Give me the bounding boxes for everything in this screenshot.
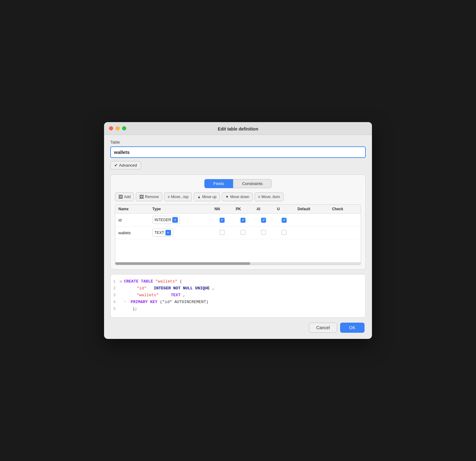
tabs-row: Fields Constraints	[115, 179, 361, 188]
code-line-5: 5 );	[111, 306, 365, 313]
field-name-id: id	[115, 214, 149, 226]
tab-fields[interactable]: Fields	[204, 179, 233, 188]
close-paren: );	[132, 307, 137, 311]
field-ai-id[interactable]	[254, 214, 274, 226]
minimize-button[interactable]	[116, 126, 120, 131]
move-top-label: Move...top	[171, 195, 188, 199]
advanced-label: Advanced	[119, 163, 137, 168]
move-bottom-icon: ≡	[258, 195, 260, 199]
line-num-1: 1	[111, 279, 120, 284]
col-header-ai: AI	[254, 205, 274, 214]
fold-icon-4[interactable]: └	[124, 300, 126, 304]
col-header-default: Default	[294, 205, 329, 214]
field-name-wallets: wallets	[115, 226, 149, 239]
remove-button[interactable]: 🖼 Remove	[136, 192, 162, 201]
move-up-label: Move up	[202, 195, 217, 199]
field-u-wallets[interactable]	[274, 226, 294, 239]
field-check-id	[329, 214, 361, 226]
tab-constraints[interactable]: Constraints	[233, 179, 272, 188]
pk-value: ("id" AUTOINCREMENT)	[160, 300, 208, 304]
col-header-type: Type	[149, 205, 212, 214]
bottom-buttons: Cancel OK	[110, 323, 366, 333]
checkbox-nn-id[interactable]	[220, 218, 225, 223]
traffic-lights	[109, 126, 126, 131]
code-section: 1 ⊟ CREATE TABLE "wallets" ( 2 "id" INT	[110, 274, 366, 318]
field-pk-id[interactable]	[233, 214, 254, 226]
dialog-body: Table ✔ Advanced Fields Constraints 🖼 Ad…	[104, 135, 372, 339]
empty-area	[115, 239, 361, 261]
advanced-button[interactable]: ✔ Advanced	[110, 161, 141, 169]
fields-table: Name Type NN PK AI U Default Check	[115, 205, 361, 261]
table-name-input[interactable]	[110, 146, 366, 158]
move-down-button[interactable]: ▼ Move down	[222, 192, 253, 201]
move-up-icon: ▲	[197, 195, 201, 199]
checkbox-u-wallets[interactable]	[282, 230, 287, 235]
code-content: 1 ⊟ CREATE TABLE "wallets" ( 2 "id" INT	[111, 274, 365, 317]
move-top-button[interactable]: ≡ Move...top	[164, 192, 192, 201]
ok-button[interactable]: OK	[340, 323, 364, 333]
cancel-button[interactable]: Cancel	[309, 323, 337, 333]
field-wallets: "wallets"	[137, 293, 159, 297]
add-button[interactable]: 🖼 Add	[115, 192, 134, 201]
edit-table-dialog: Edit table definition Table ✔ Advanced F…	[104, 122, 372, 339]
field-ai-wallets[interactable]	[254, 226, 274, 239]
move-down-icon: ▼	[225, 195, 229, 199]
table-label: Table	[110, 140, 366, 145]
col-header-check: Check	[329, 205, 361, 214]
kw-primary-key: PRIMARY KEY	[131, 300, 158, 304]
checkbox-ai-id[interactable]	[261, 218, 266, 223]
close-button[interactable]	[109, 126, 113, 131]
col-header-u: U	[274, 205, 294, 214]
type-select-id[interactable]: INTEGER ▾	[152, 216, 180, 224]
add-label: Add	[124, 195, 131, 199]
move-down-label: Move down	[230, 195, 249, 199]
checkmark-icon: ✔	[114, 163, 118, 168]
checkbox-pk-id[interactable]	[240, 218, 245, 223]
type-select-wallets[interactable]: TEXT ▾	[152, 229, 173, 237]
open-paren: (	[180, 279, 182, 284]
add-icon: 🖼	[118, 194, 123, 199]
col-header-nn: NN	[212, 205, 233, 214]
line-num-2: 2	[111, 286, 120, 291]
horizontal-scrollbar-track[interactable]	[115, 262, 361, 265]
code-line-4: 4 └ PRIMARY KEY ("id" AUTOINCREMENT)	[111, 299, 365, 306]
move-bottom-button[interactable]: ≡ Move..ttom	[255, 192, 283, 201]
fields-table-container: Name Type NN PK AI U Default Check	[115, 204, 361, 265]
table-row: id INTEGER ▾	[115, 214, 361, 226]
move-up-button[interactable]: ▲ Move up	[194, 192, 220, 201]
field-check-wallets	[329, 226, 361, 239]
code-line-1: 1 ⊟ CREATE TABLE "wallets" (	[111, 279, 365, 286]
line-num-3: 3	[111, 293, 120, 297]
title-bar: Edit table definition	[104, 122, 372, 135]
comma-2: ,	[212, 286, 215, 291]
dialog-title: Edit table definition	[218, 126, 258, 131]
checkbox-ai-wallets[interactable]	[261, 230, 266, 235]
code-line-3: 3 "wallets" TEXT ,	[111, 292, 365, 299]
table-row-empty	[115, 239, 361, 261]
kw-integer: INTEGER NOT NULL UNIQUE	[154, 286, 210, 291]
field-pk-wallets[interactable]	[233, 226, 254, 239]
field-nn-wallets[interactable]	[212, 226, 233, 239]
type-dropdown-arrow-id: ▾	[172, 217, 178, 223]
remove-icon: 🖼	[139, 194, 144, 199]
type-value-id: INTEGER	[155, 218, 171, 222]
fields-section: Fields Constraints 🖼 Add 🖼 Remove ≡ Move…	[110, 174, 366, 270]
field-default-id	[294, 214, 329, 226]
type-value-wallets: TEXT	[155, 230, 164, 235]
fold-icon-1[interactable]: ⊟	[120, 279, 122, 283]
field-nn-id[interactable]	[212, 214, 233, 226]
remove-label: Remove	[145, 195, 159, 199]
checkbox-nn-wallets[interactable]	[220, 230, 225, 235]
field-u-id[interactable]	[274, 214, 294, 226]
checkbox-u-id[interactable]	[282, 218, 287, 223]
col-header-pk: PK	[233, 205, 254, 214]
kw-text: TEXT	[171, 293, 180, 297]
checkbox-pk-wallets[interactable]	[240, 230, 245, 235]
comma-3: ,	[183, 293, 185, 297]
horizontal-scrollbar-thumb[interactable]	[115, 262, 250, 265]
table-header-row: Name Type NN PK AI U Default Check	[115, 205, 361, 214]
line-num-5: 5	[111, 307, 120, 311]
field-type-id: INTEGER ▾	[149, 214, 212, 226]
maximize-button[interactable]	[122, 126, 126, 131]
line-num-4: 4	[111, 300, 120, 304]
